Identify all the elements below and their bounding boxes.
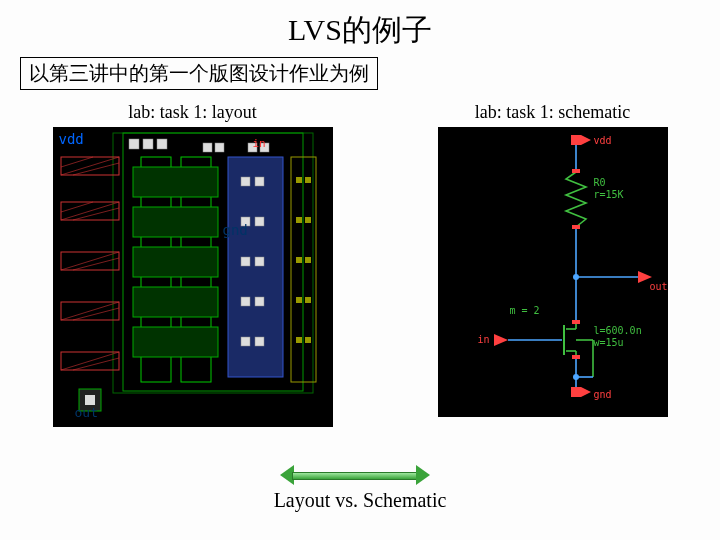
svg-rect-21 (157, 139, 167, 149)
sch-m-mult: m = 2 (510, 305, 540, 316)
svg-rect-38 (241, 257, 250, 266)
right-column: lab: task 1: schematic (438, 102, 668, 427)
layout-vdd-label: vdd (59, 131, 84, 147)
layout-out-label: out (75, 405, 98, 420)
svg-line-17 (61, 352, 119, 370)
svg-rect-32 (133, 327, 218, 357)
sch-vdd-label: vdd (594, 135, 612, 146)
arrow-right-icon (416, 465, 430, 485)
svg-rect-46 (305, 177, 311, 183)
sch-r-name: R0 (594, 177, 606, 188)
compare-arrow (280, 465, 430, 485)
svg-rect-31 (133, 287, 218, 317)
svg-rect-34 (241, 177, 250, 186)
layout-label: lab: task 1: layout (128, 102, 256, 123)
svg-rect-20 (143, 139, 153, 149)
sch-in-label: in (478, 334, 490, 345)
sch-gnd-label: gnd (594, 389, 612, 400)
svg-rect-81 (571, 387, 581, 397)
left-column: lab: task 1: layout (53, 102, 333, 427)
svg-rect-52 (305, 297, 311, 303)
sch-out-label: out (650, 281, 668, 292)
schematic-canvas: vdd R0 r=15K out m = 2 in l=600.0n w=15u… (438, 127, 668, 417)
svg-rect-51 (296, 297, 302, 303)
svg-rect-23 (215, 143, 224, 152)
svg-rect-67 (572, 320, 580, 324)
svg-rect-57 (571, 135, 581, 145)
sch-r-value: r=15K (594, 189, 624, 200)
slide-title: LVS的例子 (0, 10, 720, 51)
svg-line-12 (61, 202, 93, 212)
arrow-line (292, 472, 418, 480)
svg-rect-42 (241, 337, 250, 346)
layout-gnd-label: gnd (223, 222, 248, 238)
sch-t-w: w=15u (594, 337, 624, 348)
svg-rect-30 (133, 247, 218, 277)
svg-rect-48 (305, 217, 311, 223)
sch-t-l: l=600.0n (594, 325, 642, 336)
subtitle-box: 以第三讲中的第一个版图设计作业为例 (20, 57, 378, 90)
svg-marker-58 (581, 135, 591, 145)
svg-rect-41 (255, 297, 264, 306)
svg-marker-82 (581, 387, 591, 397)
svg-line-13 (61, 252, 119, 270)
svg-rect-47 (296, 217, 302, 223)
svg-marker-77 (494, 334, 508, 346)
svg-rect-60 (572, 169, 580, 173)
svg-rect-50 (305, 257, 311, 263)
schematic-svg (438, 127, 668, 417)
footer-caption: Layout vs. Schematic (0, 489, 720, 512)
layout-canvas: vdd in gnd out (53, 127, 333, 427)
svg-line-9 (61, 157, 93, 167)
svg-rect-74 (572, 355, 580, 359)
svg-rect-29 (133, 207, 218, 237)
svg-rect-19 (129, 139, 139, 149)
svg-rect-61 (572, 225, 580, 229)
svg-rect-35 (255, 177, 264, 186)
layout-in-label: in (253, 137, 266, 150)
svg-line-15 (61, 302, 119, 320)
svg-rect-22 (203, 143, 212, 152)
svg-rect-53 (296, 337, 302, 343)
svg-rect-43 (255, 337, 264, 346)
svg-rect-37 (255, 217, 264, 226)
svg-line-10 (61, 202, 119, 220)
svg-rect-40 (241, 297, 250, 306)
layout-svg (53, 127, 333, 427)
svg-rect-56 (85, 395, 95, 405)
svg-rect-54 (305, 337, 311, 343)
svg-line-7 (61, 157, 119, 175)
svg-rect-49 (296, 257, 302, 263)
schematic-label: lab: task 1: schematic (475, 102, 630, 123)
content-row: lab: task 1: layout (0, 102, 720, 427)
svg-rect-39 (255, 257, 264, 266)
svg-rect-28 (133, 167, 218, 197)
svg-rect-45 (296, 177, 302, 183)
